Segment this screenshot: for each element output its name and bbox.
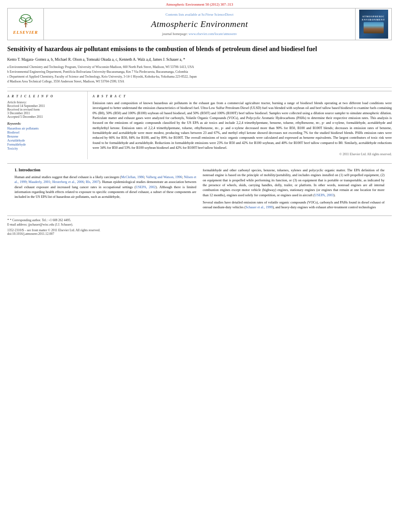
paper-title: Sensitivity of hazardous air pollutant e… [7, 45, 392, 53]
ref-mauderly[interactable]: Mauderly, 2001 [29, 180, 50, 184]
intro-paragraph-2: formaldehyde and other carbonyl species,… [203, 168, 385, 197]
keyword-2[interactable]: Biodiesel [7, 131, 82, 134]
doi-line: 1352-2310/$ – see front matter © 2011 El… [7, 228, 392, 236]
footnote-section: * * Corresponding author. Tel.: +1 608 2… [7, 216, 392, 227]
journal-reference-bar: Atmospheric Environment 50 (2012) 307–31… [0, 0, 399, 8]
ref-rls[interactable]: Rls, 2007 [86, 180, 99, 184]
affiliation-b: b Environmental Engineering Department, … [7, 70, 392, 74]
section-divider [7, 163, 392, 164]
affiliation-c: c Department of Applied Chemistry, Facul… [7, 74, 392, 79]
elsevier-logo-section: ELSEVIER [8, 8, 44, 40]
abstract-header: A B S T R A C T [93, 94, 392, 98]
authors-line: Kento T. Magara- Gomez a, b, Michael R. … [7, 57, 392, 62]
article-info-abstract-section: A R T I C L E I N F O Article history: R… [7, 91, 392, 159]
ref-mcclellan[interactable]: McClellan, 1986 [121, 175, 144, 179]
journal-ref-text: Atmospheric Environment 50 (2012) 307–31… [166, 2, 233, 6]
keyword-5[interactable]: Formaldehyde [7, 143, 82, 146]
article-info-column: A R T I C L E I N F O Article history: R… [7, 91, 88, 159]
atmospheric-environment-badge: ATMOSPHERIC ENVIRONMENT [359, 10, 388, 39]
sciverse-link[interactable]: SciVerse ScienceDirect [202, 12, 234, 16]
affiliation-d: d Madison Area Technical College, 3550 A… [7, 79, 392, 84]
issn-line: 1352-2310/$ – see front matter © 2011 El… [7, 228, 392, 232]
keyword-6[interactable]: Toxicity [7, 147, 82, 150]
keywords-section: Keywords: Hazardous air pollutants Biodi… [7, 122, 82, 150]
ref-usepa2002[interactable]: USEPA, 2002 [136, 185, 156, 189]
sciverse-line: Contents lists available at SciVerse Sci… [166, 12, 234, 16]
affiliation-a: a Environmental Chemistry and Technology… [7, 65, 392, 70]
body-content: 1. Introduction Human and animal studies… [14, 168, 385, 212]
abstract-column: A B S T R A C T Emission rates and compo… [88, 91, 392, 159]
journal-header: ELSEVIER Contents lists available at Sci… [7, 8, 392, 40]
journal-homepage: journal homepage: www.elsevier.com/locat… [162, 32, 237, 36]
article-info-header: A R T I C L E I N F O [7, 94, 82, 98]
elsevier-tree-icon [16, 14, 35, 28]
ref-schauer1999[interactable]: Schauer et al., 1999 [245, 205, 272, 209]
corresponding-author: * * Corresponding author. Tel.: +1 608 2… [7, 218, 392, 223]
affiliations-block: a Environmental Chemistry and Technology… [7, 65, 392, 88]
ref-valberg[interactable]: Valberg and Watson, 1996 [146, 175, 182, 179]
ref-hesterberg[interactable]: Hesterberg et al., 2006 [52, 180, 84, 184]
badge-text: ATMOSPHERIC ENVIRONMENT [362, 15, 385, 22]
elsevier-wordmark: ELSEVIER [13, 30, 38, 35]
ref-usepa2003[interactable]: USEPA, 2003 [315, 193, 333, 197]
badge-image [364, 22, 384, 33]
intro-paragraph-1: Human and animal studies suggest that di… [14, 175, 196, 199]
body-right-column: formaldehyde and other carbonyl species,… [203, 168, 385, 212]
email-footnote: E-mail address: jjschauer@wisc.edu (J.J.… [7, 222, 392, 227]
body-left-column: 1. Introduction Human and animal studies… [14, 168, 196, 212]
homepage-link[interactable]: www.elsevier.com/locate/atmosenv [189, 32, 237, 36]
keyword-4[interactable]: Acetaldehyde [7, 139, 82, 142]
journal-title: Atmospheric Environment [151, 19, 248, 29]
keyword-1[interactable]: Hazardous air pollutants [7, 127, 82, 130]
keyword-3[interactable]: Benzene [7, 135, 82, 138]
copyright-line: © 2011 Elsevier Ltd. All rights reserved… [93, 152, 392, 156]
journal-badge-section: ATMOSPHERIC ENVIRONMENT [355, 8, 391, 40]
intro-section-title: 1. Introduction [14, 168, 196, 172]
paper-content: Sensitivity of hazardous air pollutant e… [7, 45, 392, 212]
intro-paragraph-3: Several studies have detailed emission r… [203, 200, 385, 210]
journal-title-section: Contents lists available at SciVerse Sci… [44, 8, 355, 40]
history-row: Article history: Received 14 September 2… [7, 101, 82, 119]
abstract-text: Emission rates and composition of known … [93, 101, 392, 150]
doi-text: doi:10.1016/j.atmosenv.2011.12.007 [7, 232, 392, 236]
